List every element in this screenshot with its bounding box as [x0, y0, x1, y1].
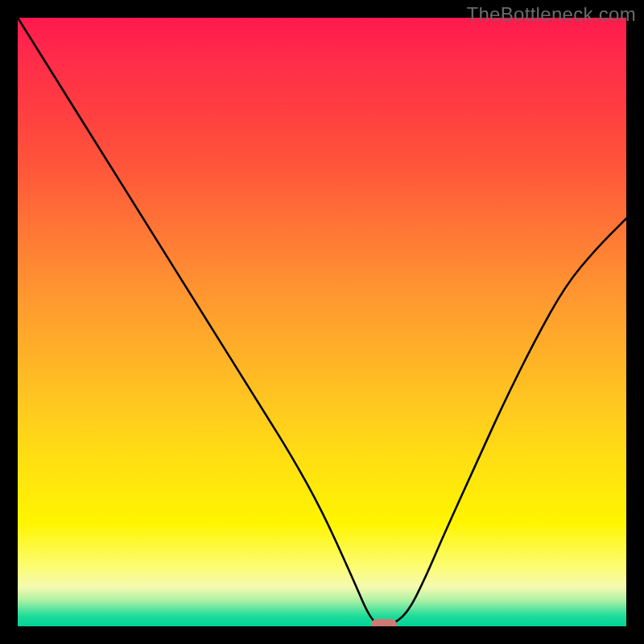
- bottleneck-curve-path: [18, 18, 626, 626]
- chart-frame: TheBottleneck.com: [0, 0, 644, 644]
- watermark-text: TheBottleneck.com: [466, 3, 636, 26]
- bottleneck-curve-svg: [18, 18, 626, 626]
- plot-area: [18, 18, 626, 626]
- optimum-marker: [371, 619, 397, 626]
